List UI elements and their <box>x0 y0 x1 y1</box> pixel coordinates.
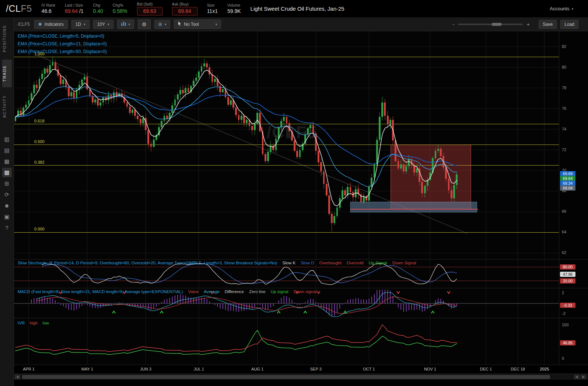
sidebar-apps-icon[interactable]: ⊞ <box>2 179 12 188</box>
bid-field: Bid (Sell) 69.63 <box>137 2 162 15</box>
zoom-in-button[interactable]: + <box>526 21 530 27</box>
gear-icon: ⚙ <box>142 21 147 27</box>
price-bubble: 69.04 <box>560 185 575 191</box>
price-bubble: 69.34 <box>560 181 575 186</box>
sidebar-list-icon[interactable]: ▤ <box>2 146 12 155</box>
ask-buy-button[interactable]: 69.64 <box>172 7 197 15</box>
ivr-high-label: high <box>30 321 38 325</box>
price-pane[interactable]: /CLF5 1.0000.6180.5000.3820.000 EMA (Pri… <box>14 31 588 259</box>
settings-button[interactable]: ⚙ <box>138 20 151 29</box>
ivr-axis-tick: 0 <box>562 356 564 361</box>
quote-header: /CLF5 IV Rank 46.6 Last / Size 69.64 /1 … <box>0 0 588 17</box>
size-value: 11x1 <box>207 8 218 14</box>
chg-field: Chg 0.40 <box>93 3 103 14</box>
macd-axis-tick: 2 <box>562 291 564 295</box>
sidebar-help-icon[interactable]: ? <box>2 223 12 233</box>
macd-axis: 2-2-0.33 <box>559 288 588 318</box>
scrollbar-thumb[interactable] <box>22 375 550 379</box>
time-axis-tick: NOV 1 <box>424 367 436 371</box>
bar-chart-icon <box>121 21 126 27</box>
legend-item: Overbought <box>319 261 342 265</box>
zoom-slider[interactable] <box>458 24 523 25</box>
ivr-svg[interactable] <box>14 318 559 365</box>
ivr-pane[interactable]: IVR high low 100046.85 <box>14 318 588 365</box>
ema5-label: EMA (Price=CLOSE, Length=5, Displace=0) <box>18 32 107 40</box>
stochastic-pane[interactable]: Slow Stochastic (K Period=14, D Period=9… <box>14 259 588 288</box>
sidebar-calendar-icon[interactable]: ▦ <box>2 157 12 166</box>
time-axis-tick: AUG 1 <box>251 367 263 371</box>
size-field: Size 11x1 <box>207 3 218 14</box>
stochastic-axis: 80.0047.9620.00 <box>559 260 588 288</box>
size-label: Size <box>207 3 214 7</box>
price-axis[interactable]: 828078767472706866646269.6969.6469.3469.… <box>559 31 588 259</box>
scroll-right-step-button[interactable]: ► <box>581 375 586 379</box>
legend-item: Slow D <box>301 261 314 265</box>
sidebar-tab-positions[interactable]: POSITIONS <box>2 20 12 58</box>
time-axis[interactable]: APR 1MAY 1JUN 3JUL 1AUG 1SEP 3OCT 1NOV 1… <box>14 365 588 373</box>
ema21-label: EMA (Price=CLOSE, Length=21, Displace=0) <box>18 40 107 48</box>
macd-pane[interactable]: MACD (Fast length=8, Slow length=21, MAC… <box>14 288 588 318</box>
chgpct-field: Chg% 0.58% <box>113 3 127 14</box>
scroll-left-step-button[interactable]: ◄ <box>574 375 580 379</box>
ivr-label: IVR <box>18 321 25 325</box>
timeframe-dropdown[interactable]: 1D ▾ <box>71 20 90 29</box>
price-axis-tick: 72 <box>562 147 566 152</box>
ivr-bubble: 46.85 <box>560 340 575 345</box>
stochastic-bubble: 47.96 <box>560 272 575 277</box>
scroll-left-button[interactable]: ◄ <box>15 375 20 379</box>
chg-value: 0.40 <box>93 8 103 14</box>
time-axis-tick: SEP 3 <box>310 367 322 371</box>
toolbar-symbol: /CLF5 <box>18 22 30 27</box>
zoom-out-button[interactable]: - <box>452 21 454 27</box>
sidebar-box-icon[interactable]: ▣ <box>2 212 12 222</box>
sidebar-tab-trade[interactable]: TRADE <box>2 60 12 87</box>
time-axis-tick: JUN 3 <box>140 367 151 371</box>
chart-scrollbar[interactable]: ◄ ◄ ► <box>14 373 588 380</box>
indicators-button[interactable]: ✱ Indicators <box>34 20 68 29</box>
macd-axis-tick: -2 <box>562 311 566 316</box>
legend-item: Down signal <box>294 289 317 294</box>
drawing-tool-dropdown[interactable]: No Tool ▾ <box>174 20 221 29</box>
last-size-label: Last / Size <box>65 3 83 7</box>
sidebar-monitor-icon[interactable]: ▥ <box>2 135 12 144</box>
load-button[interactable]: Load <box>560 20 578 29</box>
iv-rank-field: IV Rank 46.6 <box>42 3 55 14</box>
price-chart-svg[interactable] <box>14 31 559 259</box>
legend-item: Up Signal <box>369 261 387 265</box>
price-bubble: 69.64 <box>560 176 575 181</box>
ask-field: Ask (Buy) 69.64 <box>172 2 197 15</box>
ivr-axis-tick: 100 <box>562 323 568 327</box>
sidebar-chart-icon[interactable]: ▩ <box>2 168 12 177</box>
sidebar-history-icon[interactable]: ⟳ <box>2 190 12 199</box>
last-price: 69.64 <box>65 8 78 14</box>
bottom-filler <box>14 380 588 386</box>
price-axis-tick: 64 <box>562 230 566 234</box>
accounts-dropdown[interactable]: Accounts ▾ <box>550 6 573 11</box>
range-dropdown[interactable]: 10Y ▾ <box>93 20 113 29</box>
stochastic-legend: Slow Stochastic (K Period=14, D Period=9… <box>18 260 416 265</box>
zoom-slider-thumb[interactable] <box>492 23 501 26</box>
price-axis-tick: 82 <box>562 44 566 49</box>
volume-label: Volume <box>227 3 240 7</box>
chevron-down-icon: ▾ <box>571 7 573 11</box>
chart-style-dropdown[interactable]: ▾ <box>117 20 134 29</box>
time-axis-tick: OCT 1 <box>363 367 375 371</box>
price-bubble: 69.69 <box>560 171 575 176</box>
time-axis-tick: JUL 1 <box>194 367 204 371</box>
price-axis-tick: 80 <box>562 65 566 69</box>
indicators-icon: ✱ <box>38 22 42 27</box>
time-axis-tick: MAY 1 <box>81 367 93 371</box>
save-button[interactable]: Save <box>539 20 557 29</box>
bid-label: Bid (Sell) <box>137 2 153 6</box>
sidebar-people-icon[interactable]: ☻ <box>2 201 12 211</box>
sidebar-tab-activity[interactable]: ACTIVITY <box>2 90 12 124</box>
bid-sell-button[interactable]: 69.63 <box>137 7 162 15</box>
price-axis-tick: 76 <box>562 106 566 111</box>
left-sidebar: POSITIONS TRADE ACTIVITY ▥▤▦▩⊞⟳☻▣? <box>0 17 14 386</box>
chart-stack: /CLF5 1.0000.6180.5000.3820.000 EMA (Pri… <box>14 31 588 386</box>
time-axis-tick: DEC 1 <box>480 367 492 371</box>
last-size-field: Last / Size 69.64 /1 <box>65 3 84 14</box>
grid-layout-dropdown[interactable]: ⊞ ▾ <box>154 20 171 29</box>
ivr-legend: IVR high low <box>18 320 49 326</box>
macd-label: MACD (Fast length=8, Slow length=21, MAC… <box>18 289 183 294</box>
